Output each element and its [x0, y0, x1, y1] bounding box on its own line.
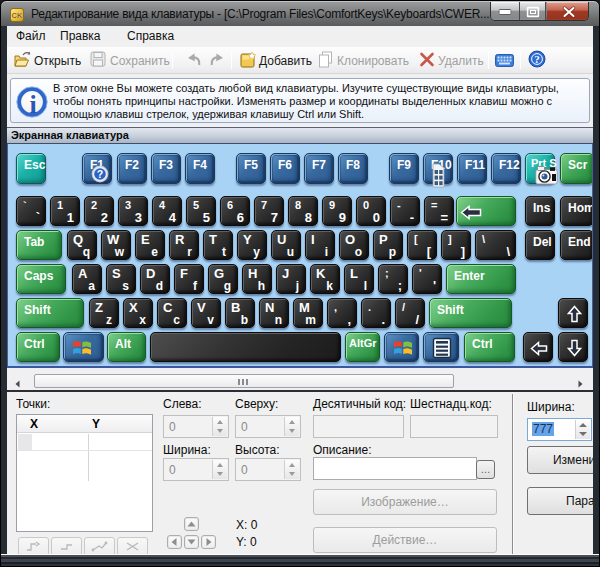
- svg-text:?: ?: [97, 168, 103, 180]
- svg-text:?: ?: [534, 53, 540, 65]
- svg-text:i: i: [29, 90, 36, 119]
